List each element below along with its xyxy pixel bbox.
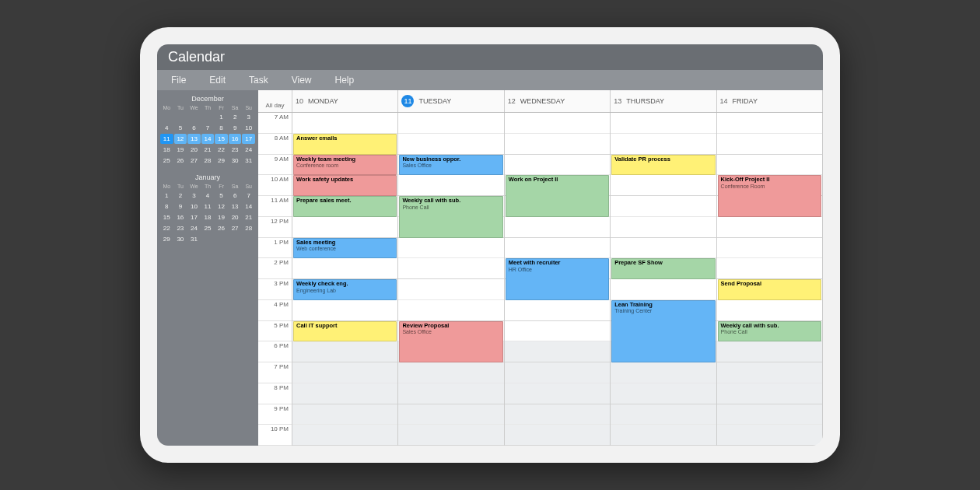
mini-day-cell[interactable]: 10 [187, 201, 201, 212]
time-slot[interactable] [505, 155, 610, 176]
mini-day-cell[interactable]: 29 [160, 234, 173, 244]
time-slot[interactable] [292, 362, 397, 383]
mini-day-cell[interactable]: 8 [215, 123, 228, 133]
event[interactable]: Weekly call with sub.Phone Call [718, 321, 821, 342]
time-slot[interactable] [717, 362, 822, 383]
time-slot[interactable] [505, 425, 610, 446]
mini-day-cell[interactable]: 18 [201, 212, 215, 222]
mini-day-cell[interactable]: 11 [201, 201, 215, 212]
mini-day-cell[interactable]: 12 [174, 134, 187, 144]
menu-item-edit[interactable]: Edit [209, 75, 226, 86]
time-slot[interactable] [398, 175, 503, 196]
mini-day-cell[interactable]: 24 [242, 145, 255, 155]
mini-day-cell[interactable]: 16 [174, 212, 187, 222]
mini-day-cell[interactable]: 5 [174, 123, 187, 133]
event[interactable]: Answer emails [293, 134, 397, 155]
mini-day-cell[interactable]: 26 [174, 156, 187, 166]
time-slot[interactable] [292, 341, 397, 362]
time-slot[interactable] [292, 425, 397, 446]
day-header-monday[interactable]: 10MONDAY [292, 90, 398, 112]
time-slot[interactable] [717, 155, 822, 176]
day-column-tuesday[interactable]: New business oppor.Sales OfficeWeekly ca… [398, 113, 504, 446]
time-slot[interactable] [611, 383, 716, 404]
mini-day-cell[interactable]: 13 [187, 134, 201, 144]
mini-day-cell[interactable]: 30 [229, 156, 242, 166]
time-slot[interactable] [398, 383, 503, 404]
day-header-thursday[interactable]: 13THURSDAY [611, 90, 716, 112]
mini-day-cell[interactable]: 24 [187, 223, 201, 233]
event[interactable]: New business oppor.Sales Office [399, 155, 502, 176]
mini-day-cell[interactable]: 10 [242, 123, 255, 133]
event[interactable]: Lean TrainingTraining Center [611, 300, 715, 362]
mini-day-cell[interactable]: 31 [187, 234, 201, 244]
time-slot[interactable] [505, 383, 610, 404]
time-slot[interactable] [611, 279, 716, 300]
time-slot[interactable] [292, 404, 397, 425]
time-slot[interactable] [717, 341, 822, 362]
time-slot[interactable] [398, 425, 503, 446]
time-slot[interactable] [611, 425, 716, 446]
mini-day-cell[interactable]: 20 [187, 145, 201, 155]
event[interactable]: Prepare sales meet. [293, 196, 397, 217]
time-slot[interactable] [398, 279, 503, 300]
mini-day-cell[interactable]: 27 [229, 223, 242, 233]
mini-day-cell[interactable]: 18 [160, 145, 173, 155]
event[interactable]: Call IT support [293, 321, 397, 342]
time-slot[interactable] [505, 113, 610, 134]
time-slot[interactable] [717, 425, 822, 446]
mini-day-cell[interactable]: 27 [187, 156, 201, 166]
time-slot[interactable] [398, 258, 503, 279]
time-slot[interactable] [505, 134, 610, 155]
time-slot[interactable] [505, 217, 610, 238]
mini-day-cell[interactable]: 29 [215, 156, 228, 166]
time-slot[interactable] [398, 134, 503, 155]
time-slot[interactable] [292, 217, 397, 238]
event[interactable]: Weekly call with sub.Phone Call [399, 196, 502, 238]
mini-day-cell[interactable]: 21 [201, 145, 215, 155]
time-slot[interactable] [398, 362, 503, 383]
mini-day-cell[interactable]: 8 [160, 201, 173, 212]
time-slot[interactable] [505, 362, 610, 383]
menu-item-task[interactable]: Task [249, 75, 268, 86]
day-column-wednesday[interactable]: Work on Project IIMeet with recruiterHR … [505, 113, 611, 446]
event[interactable]: Weekly team meetingConference room [293, 155, 397, 176]
event[interactable]: Work safety updates [293, 175, 397, 196]
mini-day-cell[interactable]: 14 [201, 134, 215, 144]
mini-day-cell[interactable]: 3 [242, 112, 255, 122]
menu-item-view[interactable]: View [292, 75, 312, 86]
mini-day-cell[interactable]: 3 [187, 191, 201, 201]
time-slot[interactable] [398, 113, 503, 134]
event[interactable]: Send Proposal [718, 279, 821, 300]
mini-day-cell[interactable]: 9 [229, 123, 242, 133]
time-slot[interactable] [398, 238, 503, 259]
event[interactable]: Work on Project II [506, 175, 609, 217]
mini-day-cell[interactable]: 28 [201, 156, 215, 166]
mini-day-cell[interactable]: 7 [201, 123, 215, 133]
mini-day-cell[interactable]: 1 [160, 191, 173, 201]
mini-day-cell[interactable]: 22 [215, 145, 228, 155]
mini-day-cell[interactable]: 23 [174, 223, 187, 233]
time-slot[interactable] [611, 238, 716, 259]
mini-calendar-december[interactable]: DecemberMoTuWeThFrSaSu123456789101112131… [160, 95, 255, 166]
time-slot[interactable] [505, 300, 610, 321]
mini-day-cell[interactable]: 2 [174, 191, 187, 201]
mini-day-cell[interactable]: 25 [160, 156, 173, 166]
mini-day-cell[interactable]: 17 [242, 134, 255, 144]
mini-day-cell[interactable]: 19 [174, 145, 187, 155]
mini-calendar-january[interactable]: JanuaryMoTuWeThFrSaSu1234567891011121314… [160, 173, 255, 244]
day-header-tuesday[interactable]: 11TUESDAY [398, 90, 504, 112]
time-slot[interactable] [717, 113, 822, 134]
day-column-monday[interactable]: Answer emailsWeekly team meetingConferen… [292, 113, 398, 446]
time-slot[interactable] [717, 134, 822, 155]
event[interactable]: Kick-Off Project IIConference Room [718, 175, 821, 217]
day-header-wednesday[interactable]: 12WEDNESDAY [505, 90, 611, 112]
mini-day-cell[interactable]: 15 [215, 134, 228, 144]
mini-day-cell[interactable]: 17 [187, 212, 201, 222]
time-slot[interactable] [292, 258, 397, 279]
time-slot[interactable] [611, 175, 716, 196]
mini-day-cell[interactable]: 21 [242, 212, 255, 222]
time-slot[interactable] [292, 383, 397, 404]
mini-day-cell[interactable]: 25 [201, 223, 215, 233]
mini-day-cell[interactable]: 9 [174, 201, 187, 212]
mini-day-cell[interactable]: 6 [229, 191, 242, 201]
